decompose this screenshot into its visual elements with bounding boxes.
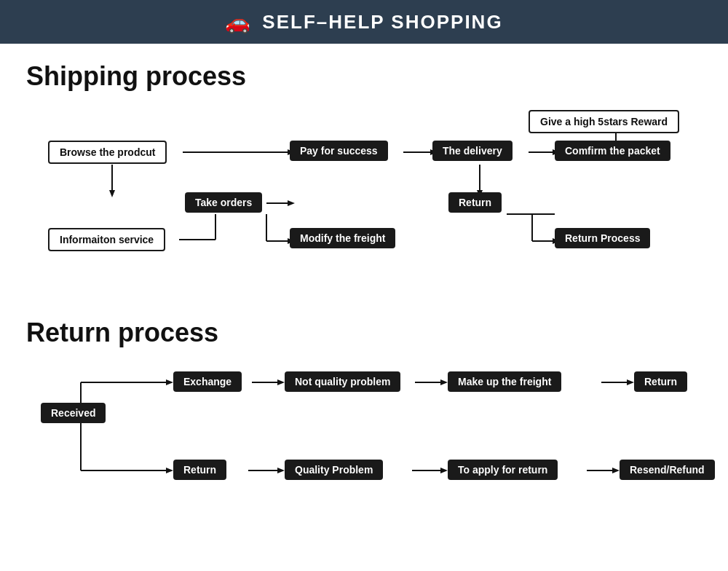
shipping-section: Shipping process [26,61,702,310]
shipping-diagram: Browse the prodcut Take orders Informait… [26,106,718,310]
return-title: Return process [26,318,702,348]
node-return-process: Return Process [555,228,650,248]
node-received: Received [41,403,106,423]
svg-marker-1 [109,190,115,197]
shipping-title: Shipping process [26,61,702,92]
node-highstars: Give a high 5stars Reward [529,110,679,133]
return-diagram: Received Exchange Not quality problem Ma… [26,363,718,523]
node-not-quality: Not quality problem [285,371,400,392]
node-modify: Modify the freight [290,228,395,248]
node-browse: Browse the prodcut [48,141,167,164]
svg-marker-30 [166,468,173,473]
node-exchange: Exchange [173,371,242,392]
node-informaiton: Informaiton service [48,228,165,251]
node-delivery: The delivery [432,141,513,161]
svg-marker-42 [612,468,620,473]
svg-marker-32 [277,379,285,385]
svg-marker-40 [440,468,448,473]
node-return2: Return [173,460,226,480]
svg-marker-36 [627,379,634,385]
node-apply: To apply for return [448,460,558,480]
node-quality: Quality Problem [285,460,383,480]
node-return: Return [448,192,502,213]
header-title: SELF–HELP SHOPPING [262,11,502,34]
main-content: Shipping process [0,44,728,540]
svg-marker-38 [277,468,285,473]
return-section: Return process [26,318,702,523]
svg-line-19 [507,214,555,241]
car-icon: 🚗 [225,10,250,34]
svg-marker-34 [440,379,448,385]
header: 🚗 SELF–HELP SHOPPING [0,0,728,44]
node-confirm: Comfirm the packet [555,141,670,161]
shipping-arrows [26,106,718,310]
svg-marker-27 [166,379,173,385]
node-pay: Pay for success [290,141,388,161]
node-return1: Return [634,371,687,392]
svg-marker-5 [288,200,295,206]
node-resend: Resend/Refund [620,460,715,480]
node-make-up: Make up the freight [448,371,561,392]
node-take-orders: Take orders [185,192,262,213]
